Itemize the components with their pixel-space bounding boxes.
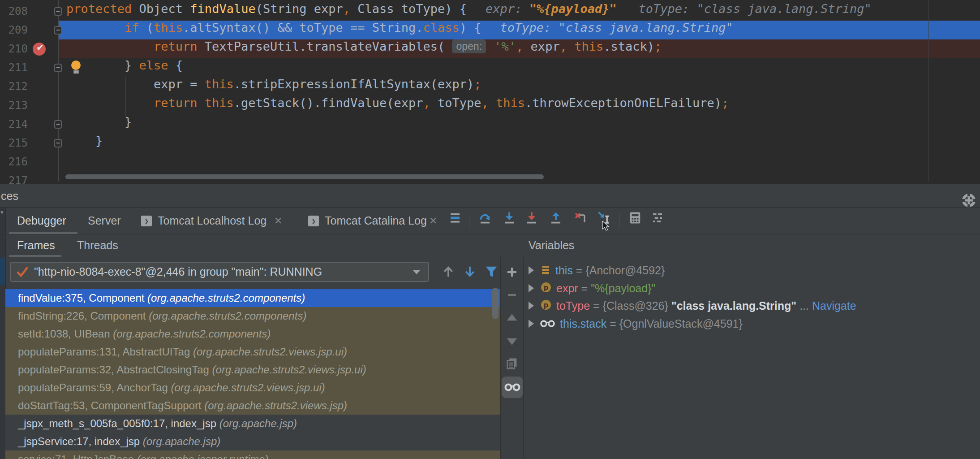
editor-horizontal-scrollbar[interactable] [65, 174, 544, 179]
code-token: .throwExceptionOnELFailure) [525, 96, 722, 110]
frame-location: populateParams:59, AnchorTag [18, 381, 171, 394]
show-execution-point-icon[interactable] [448, 211, 462, 225]
tool-window-header-row: ces [0, 184, 980, 208]
frame-row[interactable]: populateParams:32, AbstractClosingTag (o… [5, 361, 500, 379]
chevron-down-icon [413, 270, 420, 274]
frame-package: (org.apache.jsp) [219, 417, 297, 429]
frame-row[interactable]: setId:1038, UIBean (org.apache.struts2.c… [5, 325, 500, 343]
line-number: 215 [0, 134, 28, 152]
target-crosshair-icon[interactable] [961, 193, 976, 208]
indent-guide [125, 77, 126, 116]
frame-row[interactable]: _jspx_meth_s_005fa_005f0:17, index_jsp (… [5, 415, 500, 433]
step-out-icon[interactable] [549, 211, 563, 225]
frame-row[interactable]: doStartTag:53, ComponentTagSupport (org.… [5, 397, 500, 415]
code-editor[interactable]: 208protected Object findValue(String exp… [0, 0, 980, 184]
line-number: 216 [0, 152, 28, 171]
expand-arrow-icon[interactable] [529, 302, 534, 310]
variables-panel-title: Variables [529, 234, 574, 257]
variable-row[interactable]: this = {Anchor@4592} [529, 261, 665, 279]
variable-text: = [606, 317, 619, 330]
close-icon[interactable]: ✕ [429, 208, 437, 234]
tab-tomcat-catalina-log[interactable]: Tomcat Catalina Log [325, 208, 427, 234]
frame-location: setId:1038, UIBean [18, 328, 113, 340]
fold-expand-marker[interactable]: − [54, 120, 62, 129]
code-line: } else { [125, 58, 183, 77]
code-token: .stack) [603, 39, 654, 53]
frame-location: service:71, HttpJspBase [18, 453, 137, 459]
line-number: 214 [0, 115, 28, 134]
intention-bulb[interactable] [71, 61, 82, 73]
expand-arrow-icon[interactable] [529, 320, 534, 328]
expand-arrow-icon[interactable] [529, 266, 534, 274]
code-token: Class toType) { [350, 2, 467, 16]
scroll-up-icon[interactable] [505, 311, 519, 325]
code-token: ; [722, 96, 729, 110]
code-token: else [139, 58, 168, 72]
code-token: return [154, 39, 205, 53]
code-token: return [154, 96, 205, 110]
evaluate-expression-icon[interactable] [628, 211, 642, 225]
add-watch-icon[interactable] [505, 265, 519, 279]
drop-frame-icon[interactable] [573, 211, 587, 225]
copy-frame-icon[interactable] [505, 357, 519, 370]
show-watches-toggle-icon[interactable] [502, 377, 523, 398]
tab-threads[interactable]: Threads [77, 234, 118, 257]
code-token: this [574, 39, 603, 53]
tab-server[interactable]: Server [88, 208, 121, 234]
fold-collapse-marker[interactable]: − [54, 26, 62, 35]
right-margin-guide [928, 0, 929, 182]
frame-location: findString:226, Component [18, 310, 149, 322]
frame-package: (org.apache.struts2.views.jsp.ui) [171, 381, 325, 394]
frame-row[interactable]: _jspService:17, index_jsp (org.apache.js… [5, 433, 500, 450]
code-line: protected Object findValue(String expr, … [66, 2, 872, 21]
frame-row[interactable]: populateParams:59, AnchorTag (org.apache… [5, 379, 500, 397]
frame-row[interactable]: findValue:375, Component (org.apache.str… [5, 289, 500, 307]
parameter-hint-chip: open: [452, 39, 486, 53]
remove-watch-icon[interactable] [505, 288, 519, 302]
code-line: } [125, 115, 132, 134]
frame-location: findValue:375, Component [18, 292, 147, 304]
move-up-icon[interactable] [442, 265, 455, 278]
step-over-icon[interactable] [478, 211, 492, 225]
navigate-link[interactable]: Navigate [812, 299, 856, 312]
fold-expand-marker[interactable]: − [54, 139, 62, 147]
fold-expand-marker[interactable]: − [54, 64, 62, 72]
code-token: findValue [190, 2, 255, 16]
close-icon[interactable]: ✕ [274, 208, 282, 234]
fold-collapse-marker[interactable]: − [54, 7, 62, 16]
frames-scrollbar[interactable] [492, 288, 499, 319]
frame-row[interactable]: populateParams:131, AbstractUITag (org.a… [5, 343, 500, 361]
code-line: expr = this.stripExpressionIfAltSyntax(e… [154, 77, 481, 96]
frame-package: (org.apache.struts2.views.jsp) [204, 399, 347, 411]
scroll-down-icon[interactable] [505, 334, 519, 348]
frame-row[interactable]: service:71, HttpJspBase (org.apache.jasp… [5, 450, 500, 459]
code-token: (String expr [256, 2, 343, 16]
panel-divider [500, 257, 501, 459]
line-number: 211 [0, 58, 28, 77]
variable-row[interactable]: this.stack = {OgnlValueStack@4591} [529, 315, 743, 333]
console-icon: ❯ [141, 216, 152, 226]
stripe-active-button[interactable] [0, 258, 5, 285]
frame-row[interactable]: findString:226, Component (org.apache.st… [5, 307, 500, 325]
variable-text: = [578, 282, 591, 294]
code-token: '%' [494, 39, 516, 53]
tab-tomcat-localhost-log[interactable]: Tomcat Localhost Log [158, 208, 266, 234]
force-step-into-icon[interactable] [525, 211, 538, 225]
filter-frames-icon[interactable] [485, 265, 498, 278]
expand-arrow-icon[interactable] [529, 284, 534, 292]
step-into-icon[interactable] [503, 211, 516, 225]
tab-debugger[interactable]: Debugger [17, 208, 66, 234]
breakpoint[interactable]: ✔ [33, 43, 46, 56]
code-token [567, 39, 574, 53]
thread-selector-dropdown[interactable]: "http-nio-8084-exec-8"@2,446 in group "m… [10, 262, 429, 282]
move-down-icon[interactable] [463, 265, 477, 278]
variable-text: expr [556, 282, 578, 294]
code-line: if (this.altSyntax() && toType == String… [125, 21, 733, 39]
frame-package: (org.apache.struts2.views.jsp.ui) [212, 364, 366, 376]
variable-row[interactable]: ptoType = {Class@326} "class java.lang.S… [529, 297, 856, 315]
line-number: 210 [0, 39, 28, 58]
tab-frames[interactable]: Frames [17, 234, 55, 257]
variable-row[interactable]: pexpr = "%{payload}" [529, 279, 655, 297]
value-icon [540, 262, 551, 280]
layout-settings-icon[interactable] [651, 211, 664, 225]
